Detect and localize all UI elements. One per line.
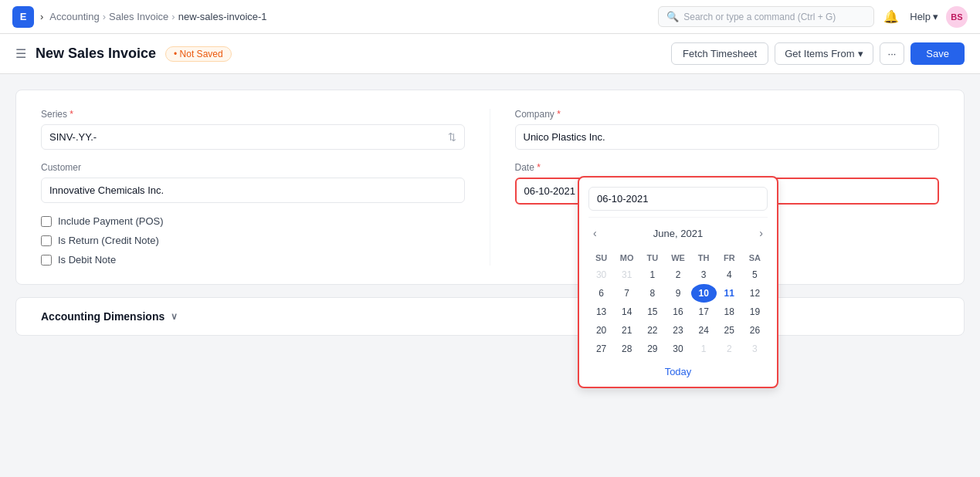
company-input[interactable] bbox=[515, 124, 940, 150]
header-actions: Fetch Timesheet Get Items From ▾ ··· Sav… bbox=[671, 42, 965, 65]
cal-day[interactable]: 31 bbox=[614, 266, 639, 284]
include-payment-check[interactable] bbox=[41, 216, 52, 227]
cal-day[interactable]: 25 bbox=[717, 321, 742, 340]
cal-day[interactable]: 16 bbox=[665, 303, 690, 321]
company-label: Company * bbox=[515, 109, 940, 120]
series-field: Series * SINV-.YY.- ⇅ bbox=[41, 109, 465, 150]
nav-actions: 🔔 Help ▾ BS bbox=[880, 6, 968, 28]
next-month-button[interactable]: › bbox=[754, 225, 768, 241]
page-title: New Sales Invoice bbox=[36, 46, 156, 62]
breadcrumb-current: new-sales-invoice-1 bbox=[178, 11, 267, 22]
company-field: Company * bbox=[515, 109, 940, 150]
top-nav: E › Accounting › Sales Invoice › new-sal… bbox=[0, 0, 980, 34]
cal-day[interactable]: 30 bbox=[665, 340, 690, 351]
chevron-down-icon: ▾ bbox=[933, 11, 938, 22]
breadcrumb: Accounting › Sales Invoice › new-sales-i… bbox=[49, 11, 266, 22]
accounting-dimensions-label: Accounting Dimensions bbox=[41, 310, 164, 323]
cal-day[interactable]: 8 bbox=[639, 284, 665, 303]
avatar[interactable]: BS bbox=[946, 6, 968, 28]
prev-month-button[interactable]: ‹ bbox=[588, 225, 602, 241]
cal-header-th: TH bbox=[691, 250, 717, 266]
customer-label: Customer bbox=[41, 162, 465, 173]
cal-day[interactable]: 17 bbox=[691, 303, 717, 321]
cal-day[interactable]: 23 bbox=[665, 321, 690, 340]
cal-day[interactable]: 14 bbox=[614, 303, 639, 321]
calendar-nav: ‹ June, 2021 › bbox=[588, 224, 768, 242]
page-header: ☰ New Sales Invoice • Not Saved Fetch Ti… bbox=[0, 34, 980, 74]
cal-day[interactable]: 5 bbox=[742, 266, 768, 284]
calendar-date-input-row bbox=[588, 187, 768, 211]
cal-header-we: WE bbox=[665, 250, 690, 266]
cal-day[interactable]: 26 bbox=[742, 321, 768, 340]
cal-day[interactable]: 28 bbox=[614, 340, 639, 351]
fetch-timesheet-button[interactable]: Fetch Timesheet bbox=[671, 42, 768, 65]
cal-header-mo: MO bbox=[614, 250, 639, 266]
cal-day[interactable]: 7 bbox=[614, 284, 639, 303]
breadcrumb-sep-1: › bbox=[40, 11, 43, 22]
left-column: Series * SINV-.YY.- ⇅ Customer bbox=[41, 109, 490, 266]
sidebar-toggle-button[interactable]: ☰ bbox=[15, 46, 26, 61]
cal-day[interactable]: 2 bbox=[665, 266, 690, 284]
cal-day[interactable]: 20 bbox=[588, 321, 614, 340]
cal-day[interactable]: 29 bbox=[639, 340, 665, 351]
is-return-check[interactable] bbox=[41, 235, 52, 246]
accounting-dimensions-header[interactable]: Accounting Dimensions ∨ bbox=[41, 310, 939, 323]
cal-header-tu: TU bbox=[639, 250, 665, 266]
accounting-dimensions-section: Accounting Dimensions ∨ bbox=[15, 297, 965, 336]
cal-header-su: SU bbox=[588, 250, 614, 266]
is-return-checkbox[interactable]: Is Return (Credit Note) bbox=[41, 235, 465, 246]
calendar-date-text-input[interactable] bbox=[588, 187, 768, 211]
cal-day[interactable]: 2 bbox=[717, 340, 742, 351]
cal-day[interactable]: 30 bbox=[588, 266, 614, 284]
help-button[interactable]: Help ▾ bbox=[910, 11, 938, 22]
cal-day[interactable]: 15 bbox=[639, 303, 665, 321]
chevron-down-icon: ∨ bbox=[171, 311, 178, 322]
calendar-popup: ‹ June, 2021 › SU MO TU WE TH FR SA 30 3… bbox=[578, 176, 778, 351]
include-payment-checkbox[interactable]: Include Payment (POS) bbox=[41, 215, 465, 227]
is-debit-check[interactable] bbox=[41, 255, 52, 266]
cal-day[interactable]: 19 bbox=[742, 303, 768, 321]
cal-day-today[interactable]: 11 bbox=[717, 284, 742, 303]
cal-day[interactable]: 1 bbox=[691, 340, 717, 351]
notifications-button[interactable]: 🔔 bbox=[880, 6, 902, 27]
cal-day[interactable]: 3 bbox=[742, 340, 768, 351]
cal-day[interactable]: 13 bbox=[588, 303, 614, 321]
app-icon[interactable]: E bbox=[12, 6, 34, 28]
cal-header-fr: FR bbox=[717, 250, 742, 266]
cal-day[interactable]: 4 bbox=[717, 266, 742, 284]
series-select[interactable]: SINV-.YY.- ⇅ bbox=[41, 124, 465, 150]
chevron-down-icon: ▾ bbox=[858, 48, 863, 59]
cal-day-selected[interactable]: 10 bbox=[691, 284, 717, 303]
customer-input[interactable] bbox=[41, 178, 465, 203]
cal-day[interactable]: 22 bbox=[639, 321, 665, 340]
content-area: Series * SINV-.YY.- ⇅ Customer bbox=[0, 74, 980, 351]
main-form-card: Series * SINV-.YY.- ⇅ Customer bbox=[15, 90, 965, 285]
more-options-button[interactable]: ··· bbox=[880, 42, 905, 65]
cal-day[interactable]: 21 bbox=[614, 321, 639, 340]
date-label: Date * bbox=[515, 162, 940, 173]
upper-form: Series * SINV-.YY.- ⇅ Customer bbox=[41, 109, 939, 266]
breadcrumb-sales-invoice[interactable]: Sales Invoice bbox=[109, 11, 168, 22]
cal-day[interactable]: 24 bbox=[691, 321, 717, 340]
search-icon: 🔍 bbox=[666, 11, 679, 22]
is-debit-checkbox[interactable]: Is Debit Note bbox=[41, 254, 465, 266]
series-label: Series * bbox=[41, 109, 465, 120]
cal-day[interactable]: 6 bbox=[588, 284, 614, 303]
checkbox-group: Include Payment (POS) Is Return (Credit … bbox=[41, 215, 465, 266]
breadcrumb-accounting[interactable]: Accounting bbox=[49, 11, 99, 22]
calendar-month-year: June, 2021 bbox=[653, 228, 703, 239]
cal-day[interactable]: 9 bbox=[665, 284, 690, 303]
cal-day[interactable]: 12 bbox=[742, 284, 768, 303]
save-button[interactable]: Save bbox=[910, 42, 965, 65]
cal-day[interactable]: 27 bbox=[588, 340, 614, 351]
search-placeholder: Search or type a command (Ctrl + G) bbox=[683, 12, 836, 22]
cal-day[interactable]: 3 bbox=[691, 266, 717, 284]
customer-field: Customer bbox=[41, 162, 465, 203]
search-bar[interactable]: 🔍 Search or type a command (Ctrl + G) bbox=[658, 6, 874, 27]
get-items-button[interactable]: Get Items From ▾ bbox=[775, 42, 873, 65]
cal-divider bbox=[588, 217, 768, 218]
cal-day[interactable]: 18 bbox=[717, 303, 742, 321]
cal-header-sa: SA bbox=[742, 250, 768, 266]
cal-day[interactable]: 1 bbox=[639, 266, 665, 284]
sort-icon: ⇅ bbox=[448, 131, 456, 143]
